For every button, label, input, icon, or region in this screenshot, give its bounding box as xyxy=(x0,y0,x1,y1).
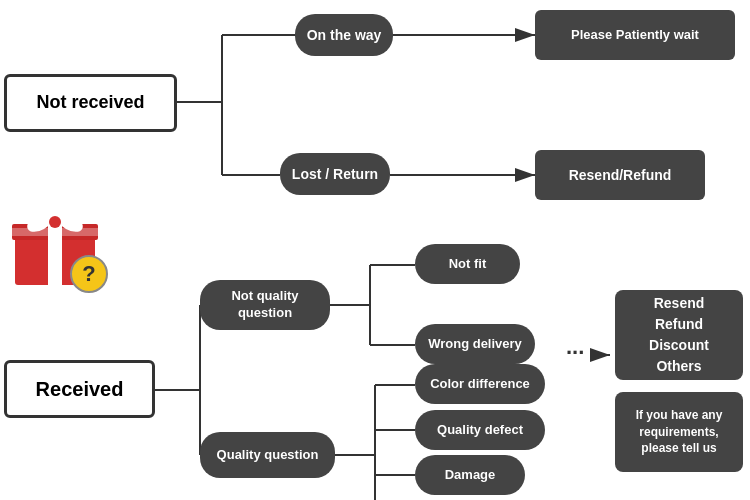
diagram: Not received On the way Please Patiently… xyxy=(0,0,750,500)
on-the-way-node: On the way xyxy=(295,14,393,56)
received-node: Received xyxy=(4,360,155,418)
resend-refund-bottom-node: Resend Refund Discount Others xyxy=(615,290,743,380)
svg-point-28 xyxy=(49,216,61,228)
damage-node: Damage xyxy=(415,455,525,495)
svg-rect-25 xyxy=(12,228,98,236)
quality-question-node: Quality question xyxy=(200,432,335,478)
not-received-node: Not received xyxy=(4,74,177,132)
please-wait-node: Please Patiently wait xyxy=(535,10,735,60)
color-difference-node: Color difference xyxy=(415,364,545,404)
if-requirements-node: If you have any requirements, please tel… xyxy=(615,392,743,472)
ellipsis: ··· xyxy=(566,340,584,366)
resend-refund-top-node: Resend/Refund xyxy=(535,150,705,200)
wrong-delivery-node: Wrong delivery xyxy=(415,324,535,364)
not-quality-question-node: Not quality question xyxy=(200,280,330,330)
question-mark-icon: ? xyxy=(70,255,108,293)
quality-defect-node: Quality defect xyxy=(415,410,545,450)
lost-return-node: Lost / Return xyxy=(280,153,390,195)
not-fit-node: Not fit xyxy=(415,244,520,284)
